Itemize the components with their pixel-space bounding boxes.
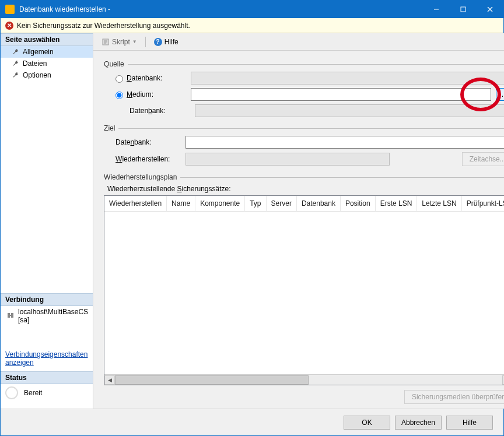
window-title: Datenbank wiederherstellen - [19,5,423,13]
app-icon [5,5,15,14]
titlebar: Datenbank wiederherstellen - [1,1,503,18]
grid-horizontal-scrollbar[interactable]: ◀ ▶ [104,374,504,385]
scroll-left-button[interactable]: ◀ [104,375,115,385]
connection-properties-link[interactable]: Verbindungseigenschaften anzeigen [1,346,93,371]
connection-value-row: localhost\MultiBaseCS [sa] [1,306,93,326]
section-plan-label: Wiederherstellungsplan [104,173,177,181]
warning-text: Kein Sicherungssatz zur Wiederherstellun… [17,22,190,30]
section-target: Ziel [104,124,504,132]
help-icon: ? [154,38,162,46]
minimize-button[interactable] [423,1,450,18]
sidebar-item-optionen[interactable]: Optionen [1,69,93,81]
wrench-icon [12,72,19,79]
grid-column-header[interactable]: Typ [245,196,266,211]
grid-header: WiederherstellenNameKomponenteTypServerD… [104,196,504,212]
sidebar-item-label: Dateien [23,59,47,68]
section-plan: Wiederherstellungsplan [104,173,504,181]
wrench-icon [12,48,19,55]
warning-bar: ✕ Kein Sicherungssatz zur Wiederherstell… [1,18,503,33]
source-database-combo [191,72,504,85]
grid-column-header[interactable]: Letzte LSN [417,196,461,211]
spinner-icon [5,386,18,399]
script-icon [102,38,110,46]
status-value: Bereit [24,389,42,397]
maximize-button[interactable] [450,1,477,18]
ok-button[interactable]: OK [344,416,390,430]
grid-column-header[interactable]: Wiederherstellen [104,196,167,211]
timeline-button: Zeitachse... [462,152,504,166]
target-database-label: Datenbank: [104,138,186,146]
svg-rect-1 [461,7,466,12]
grid-column-header[interactable]: Erste LSN [376,196,418,211]
close-button[interactable] [477,1,503,18]
sidebar-item-label: Optionen [23,71,51,79]
connection-value: localhost\MultiBaseCS [sa] [18,308,88,324]
cancel-button[interactable]: Abbrechen [395,416,442,430]
chevron-down-icon: ▼ [132,39,137,44]
section-target-label: Ziel [104,124,115,132]
grid-column-header[interactable]: Komponente [195,196,245,211]
target-restoreto-input [186,153,390,166]
radio-source-medium-label: Medium: [127,90,191,99]
sidebar-header-connection: Verbindung [1,293,93,306]
svg-rect-4 [8,313,10,318]
radio-source-medium[interactable] [116,92,123,99]
sidebar-item-dateien[interactable]: Dateien [1,58,93,69]
toolbar-separator [145,37,146,47]
radio-source-database-label: Datenbank: [127,74,191,82]
target-database-combo[interactable] [186,136,504,149]
status-row: Bereit [1,384,93,402]
dialog-footer: OK Abbrechen Hilfe [1,409,503,435]
source-subdb-combo [195,104,504,117]
plan-subtitle: Wiederherzustellende Sicherungssätze: [104,185,504,193]
target-restoreto-label: Wiederherstellen: [104,155,186,163]
toolbar: Skript ▼ ? Hilfe [93,33,504,51]
grid-column-header[interactable]: Position [341,196,376,211]
grid-column-header[interactable]: Name [167,196,195,211]
script-label: Skript [112,38,130,46]
error-icon: ✕ [5,22,13,30]
server-icon [6,311,15,321]
radio-source-database[interactable] [116,75,123,83]
section-source-label: Quelle [104,60,124,68]
sidebar-header-status: Status [1,371,93,384]
help-button[interactable]: ? Hilfe [150,37,182,47]
help-label: Hilfe [164,38,178,46]
sidebar: Seite auswählen Allgemein Dateien Option… [1,33,93,409]
grid-column-header[interactable]: Prüfpunkt-LS [462,196,504,211]
script-dropdown[interactable]: Skript ▼ [98,37,141,47]
backup-sets-grid[interactable]: WiederherstellenNameKomponenteTypServerD… [104,195,504,385]
sidebar-header-pages: Seite auswählen [1,33,93,46]
section-source: Quelle [104,60,504,68]
scroll-thumb[interactable] [115,375,309,385]
source-medium-input[interactable] [191,88,491,101]
sidebar-item-label: Allgemein [23,48,54,56]
verify-media-button: Sicherungsmedien überprüfen [404,390,504,404]
sidebar-item-allgemein[interactable]: Allgemein [1,46,93,58]
wrench-icon [12,60,19,67]
help-footer-button[interactable]: Hilfe [446,416,493,430]
svg-rect-5 [11,313,13,318]
grid-column-header[interactable]: Server [267,196,297,211]
source-subdb-label: Datenbank: [104,107,195,115]
grid-column-header[interactable]: Datenbank [297,196,341,211]
browse-medium-button[interactable]: ... [496,88,504,101]
